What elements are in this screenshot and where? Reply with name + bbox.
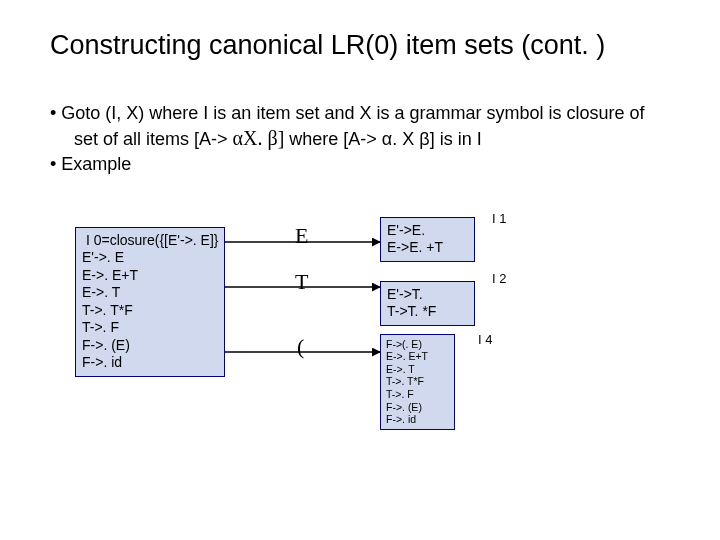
edge-label-e: E	[295, 223, 308, 249]
bullet-2-pre: set of all items [A->	[74, 129, 233, 149]
box-i0: I 0=closure({[E'->. E]} E'->. E E->. E+T…	[75, 227, 225, 377]
diagram: I 0=closure({[E'->. E]} E'->. E E->. E+T…	[0, 187, 720, 487]
slide-title: Constructing canonical LR(0) item sets (…	[0, 0, 720, 71]
box-i2: E'->T. T->T. *F	[380, 281, 475, 326]
edge-label-paren: (	[297, 334, 304, 360]
box-i4: F->(. E) E->. E+T E->. T T->. T*F T->. F…	[380, 334, 455, 430]
box-i1: E'->E. E->E. +T	[380, 217, 475, 262]
bullet-2: set of all items [A-> αX. β] where [A-> …	[50, 125, 680, 152]
bullet-2-post: where [A-> α. X β] is in I	[284, 129, 481, 149]
edge-label-t: T	[295, 269, 308, 295]
bullet-3: • Example	[50, 152, 680, 176]
bullet-block: • Goto (I, X) where I is an item set and…	[0, 71, 720, 177]
bullet-1: • Goto (I, X) where I is an item set and…	[50, 101, 680, 125]
label-i2: I 2	[492, 271, 506, 286]
bullet-2-greek: αX. β]	[233, 127, 285, 149]
label-i4: I 4	[478, 332, 492, 347]
label-i1: I 1	[492, 211, 506, 226]
